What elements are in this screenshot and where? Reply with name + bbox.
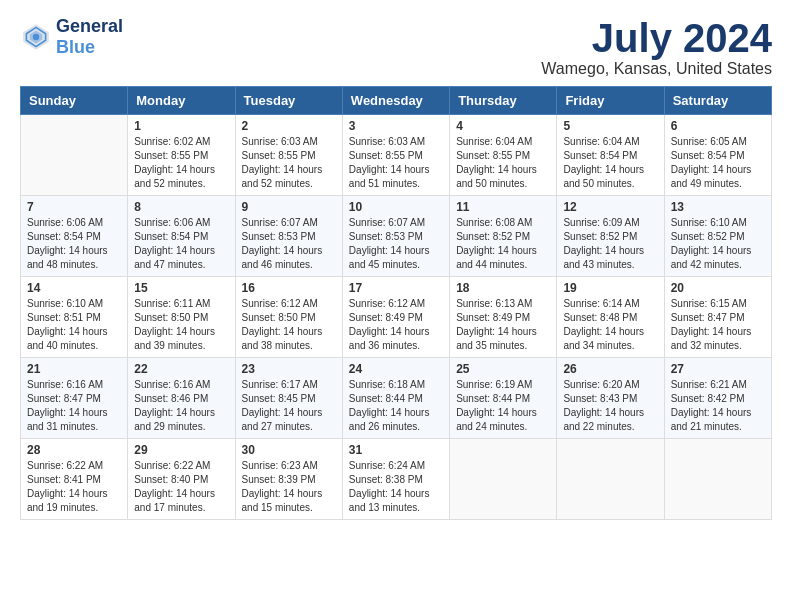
main-title: July 2024: [541, 16, 772, 60]
day-number: 1: [134, 119, 228, 133]
cell-content: Sunrise: 6:06 AM Sunset: 8:54 PM Dayligh…: [27, 216, 121, 272]
day-number: 22: [134, 362, 228, 376]
calendar-cell: 1Sunrise: 6:02 AM Sunset: 8:55 PM Daylig…: [128, 115, 235, 196]
calendar-table: SundayMondayTuesdayWednesdayThursdayFrid…: [20, 86, 772, 520]
cell-content: Sunrise: 6:05 AM Sunset: 8:54 PM Dayligh…: [671, 135, 765, 191]
cell-content: Sunrise: 6:22 AM Sunset: 8:41 PM Dayligh…: [27, 459, 121, 515]
day-number: 15: [134, 281, 228, 295]
calendar-cell: [664, 439, 771, 520]
calendar-header-cell: Friday: [557, 87, 664, 115]
day-number: 20: [671, 281, 765, 295]
logo-text: General Blue: [56, 16, 123, 58]
calendar-cell: 30Sunrise: 6:23 AM Sunset: 8:39 PM Dayli…: [235, 439, 342, 520]
day-number: 5: [563, 119, 657, 133]
cell-content: Sunrise: 6:02 AM Sunset: 8:55 PM Dayligh…: [134, 135, 228, 191]
calendar-cell: 13Sunrise: 6:10 AM Sunset: 8:52 PM Dayli…: [664, 196, 771, 277]
day-number: 28: [27, 443, 121, 457]
day-number: 17: [349, 281, 443, 295]
day-number: 25: [456, 362, 550, 376]
day-number: 19: [563, 281, 657, 295]
day-number: 18: [456, 281, 550, 295]
day-number: 26: [563, 362, 657, 376]
calendar-cell: 29Sunrise: 6:22 AM Sunset: 8:40 PM Dayli…: [128, 439, 235, 520]
calendar-cell: 26Sunrise: 6:20 AM Sunset: 8:43 PM Dayli…: [557, 358, 664, 439]
day-number: 27: [671, 362, 765, 376]
calendar-cell: 20Sunrise: 6:15 AM Sunset: 8:47 PM Dayli…: [664, 277, 771, 358]
cell-content: Sunrise: 6:07 AM Sunset: 8:53 PM Dayligh…: [349, 216, 443, 272]
cell-content: Sunrise: 6:20 AM Sunset: 8:43 PM Dayligh…: [563, 378, 657, 434]
calendar-cell: 4Sunrise: 6:04 AM Sunset: 8:55 PM Daylig…: [450, 115, 557, 196]
cell-content: Sunrise: 6:16 AM Sunset: 8:46 PM Dayligh…: [134, 378, 228, 434]
calendar-cell: 14Sunrise: 6:10 AM Sunset: 8:51 PM Dayli…: [21, 277, 128, 358]
cell-content: Sunrise: 6:12 AM Sunset: 8:49 PM Dayligh…: [349, 297, 443, 353]
calendar-cell: 24Sunrise: 6:18 AM Sunset: 8:44 PM Dayli…: [342, 358, 449, 439]
day-number: 10: [349, 200, 443, 214]
day-number: 13: [671, 200, 765, 214]
day-number: 31: [349, 443, 443, 457]
day-number: 7: [27, 200, 121, 214]
calendar-cell: 25Sunrise: 6:19 AM Sunset: 8:44 PM Dayli…: [450, 358, 557, 439]
cell-content: Sunrise: 6:10 AM Sunset: 8:51 PM Dayligh…: [27, 297, 121, 353]
header: General Blue July 2024 Wamego, Kansas, U…: [20, 16, 772, 78]
cell-content: Sunrise: 6:09 AM Sunset: 8:52 PM Dayligh…: [563, 216, 657, 272]
logo-icon: [20, 21, 52, 53]
cell-content: Sunrise: 6:03 AM Sunset: 8:55 PM Dayligh…: [242, 135, 336, 191]
cell-content: Sunrise: 6:04 AM Sunset: 8:54 PM Dayligh…: [563, 135, 657, 191]
day-number: 11: [456, 200, 550, 214]
calendar-cell: 15Sunrise: 6:11 AM Sunset: 8:50 PM Dayli…: [128, 277, 235, 358]
calendar-body: 1Sunrise: 6:02 AM Sunset: 8:55 PM Daylig…: [21, 115, 772, 520]
cell-content: Sunrise: 6:23 AM Sunset: 8:39 PM Dayligh…: [242, 459, 336, 515]
calendar-cell: 19Sunrise: 6:14 AM Sunset: 8:48 PM Dayli…: [557, 277, 664, 358]
day-number: 14: [27, 281, 121, 295]
calendar-cell: 10Sunrise: 6:07 AM Sunset: 8:53 PM Dayli…: [342, 196, 449, 277]
cell-content: Sunrise: 6:19 AM Sunset: 8:44 PM Dayligh…: [456, 378, 550, 434]
day-number: 9: [242, 200, 336, 214]
cell-content: Sunrise: 6:24 AM Sunset: 8:38 PM Dayligh…: [349, 459, 443, 515]
cell-content: Sunrise: 6:07 AM Sunset: 8:53 PM Dayligh…: [242, 216, 336, 272]
cell-content: Sunrise: 6:16 AM Sunset: 8:47 PM Dayligh…: [27, 378, 121, 434]
day-number: 8: [134, 200, 228, 214]
calendar-cell: 2Sunrise: 6:03 AM Sunset: 8:55 PM Daylig…: [235, 115, 342, 196]
svg-point-3: [33, 34, 39, 40]
cell-content: Sunrise: 6:14 AM Sunset: 8:48 PM Dayligh…: [563, 297, 657, 353]
day-number: 30: [242, 443, 336, 457]
cell-content: Sunrise: 6:13 AM Sunset: 8:49 PM Dayligh…: [456, 297, 550, 353]
calendar-week-row: 1Sunrise: 6:02 AM Sunset: 8:55 PM Daylig…: [21, 115, 772, 196]
calendar-header-cell: Tuesday: [235, 87, 342, 115]
calendar-cell: [450, 439, 557, 520]
calendar-cell: 23Sunrise: 6:17 AM Sunset: 8:45 PM Dayli…: [235, 358, 342, 439]
calendar-cell: 3Sunrise: 6:03 AM Sunset: 8:55 PM Daylig…: [342, 115, 449, 196]
calendar-week-row: 21Sunrise: 6:16 AM Sunset: 8:47 PM Dayli…: [21, 358, 772, 439]
calendar-cell: 22Sunrise: 6:16 AM Sunset: 8:46 PM Dayli…: [128, 358, 235, 439]
calendar-cell: 28Sunrise: 6:22 AM Sunset: 8:41 PM Dayli…: [21, 439, 128, 520]
title-area: July 2024 Wamego, Kansas, United States: [541, 16, 772, 78]
cell-content: Sunrise: 6:12 AM Sunset: 8:50 PM Dayligh…: [242, 297, 336, 353]
calendar-cell: 12Sunrise: 6:09 AM Sunset: 8:52 PM Dayli…: [557, 196, 664, 277]
cell-content: Sunrise: 6:10 AM Sunset: 8:52 PM Dayligh…: [671, 216, 765, 272]
calendar-cell: 11Sunrise: 6:08 AM Sunset: 8:52 PM Dayli…: [450, 196, 557, 277]
calendar-cell: 9Sunrise: 6:07 AM Sunset: 8:53 PM Daylig…: [235, 196, 342, 277]
day-number: 2: [242, 119, 336, 133]
calendar-cell: 16Sunrise: 6:12 AM Sunset: 8:50 PM Dayli…: [235, 277, 342, 358]
calendar-cell: 6Sunrise: 6:05 AM Sunset: 8:54 PM Daylig…: [664, 115, 771, 196]
cell-content: Sunrise: 6:21 AM Sunset: 8:42 PM Dayligh…: [671, 378, 765, 434]
calendar-cell: 8Sunrise: 6:06 AM Sunset: 8:54 PM Daylig…: [128, 196, 235, 277]
calendar-cell: [557, 439, 664, 520]
day-number: 4: [456, 119, 550, 133]
calendar-cell: 18Sunrise: 6:13 AM Sunset: 8:49 PM Dayli…: [450, 277, 557, 358]
cell-content: Sunrise: 6:06 AM Sunset: 8:54 PM Dayligh…: [134, 216, 228, 272]
cell-content: Sunrise: 6:18 AM Sunset: 8:44 PM Dayligh…: [349, 378, 443, 434]
day-number: 24: [349, 362, 443, 376]
cell-content: Sunrise: 6:11 AM Sunset: 8:50 PM Dayligh…: [134, 297, 228, 353]
calendar-cell: 27Sunrise: 6:21 AM Sunset: 8:42 PM Dayli…: [664, 358, 771, 439]
cell-content: Sunrise: 6:04 AM Sunset: 8:55 PM Dayligh…: [456, 135, 550, 191]
day-number: 6: [671, 119, 765, 133]
calendar-header-cell: Wednesday: [342, 87, 449, 115]
calendar-header-cell: Monday: [128, 87, 235, 115]
cell-content: Sunrise: 6:15 AM Sunset: 8:47 PM Dayligh…: [671, 297, 765, 353]
day-number: 3: [349, 119, 443, 133]
calendar-cell: 7Sunrise: 6:06 AM Sunset: 8:54 PM Daylig…: [21, 196, 128, 277]
calendar-header-row: SundayMondayTuesdayWednesdayThursdayFrid…: [21, 87, 772, 115]
calendar-header-cell: Saturday: [664, 87, 771, 115]
day-number: 29: [134, 443, 228, 457]
